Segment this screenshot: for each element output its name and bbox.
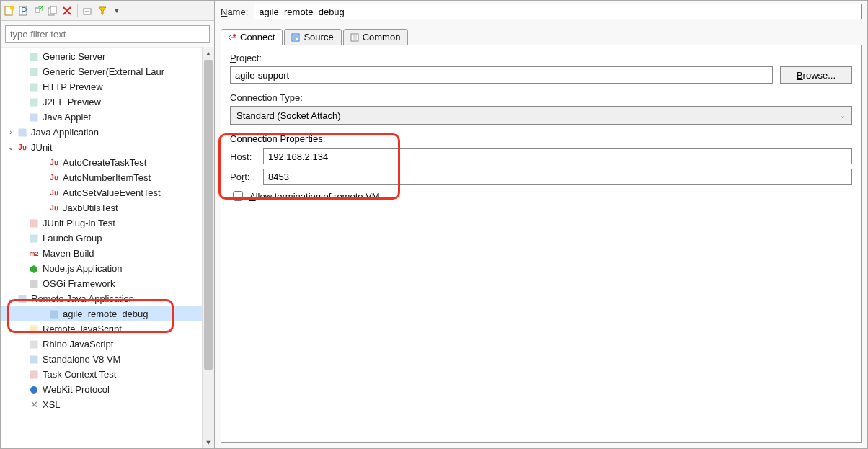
tree-item[interactable]: Rhino JavaScript bbox=[1, 337, 202, 352]
tree-item[interactable]: Remote JavaScript bbox=[1, 321, 202, 337]
v8-icon bbox=[28, 355, 40, 365]
tree-item[interactable]: JᴜAutoNumberItemTest bbox=[1, 170, 202, 185]
tree-item[interactable]: OSGi Framework bbox=[1, 276, 202, 291]
tree-item[interactable]: ›Java Application bbox=[1, 125, 202, 140]
delete-icon[interactable] bbox=[61, 5, 73, 17]
new-config-icon[interactable] bbox=[4, 5, 15, 17]
svg-rect-14 bbox=[30, 235, 37, 242]
tree-item-label: Node.js Application bbox=[43, 263, 123, 274]
browse-button[interactable]: Browse... bbox=[780, 66, 852, 84]
tree-item-label: AutoSetValueEventTest bbox=[63, 187, 161, 198]
tree-item-label: J2EE Preview bbox=[43, 97, 101, 107]
port-input[interactable] bbox=[263, 169, 852, 185]
tree-item[interactable]: HTTP Preview bbox=[1, 79, 202, 94]
tree-item[interactable]: ⌄JᴜJUnit bbox=[1, 140, 202, 155]
tree-item-label: Generic Server(External Laur bbox=[43, 66, 164, 77]
tab-bar: Connect Source Common bbox=[221, 27, 862, 45]
applet-icon bbox=[28, 112, 40, 123]
tree-item-label: Remote JavaScript bbox=[43, 324, 122, 334]
svg-rect-17 bbox=[19, 295, 26, 303]
tree-item[interactable]: ✕XSL bbox=[1, 397, 202, 412]
config-types-panel: P ▼ Generic ServerGeneric Server(Externa… bbox=[1, 1, 215, 448]
tree-item-label: JaxbUtilsTest bbox=[63, 203, 118, 213]
svg-rect-16 bbox=[30, 280, 37, 288]
tree-item[interactable]: Generic Server bbox=[1, 49, 202, 64]
filter-icon[interactable] bbox=[97, 5, 108, 17]
tree-item-label: WebKit Protocol bbox=[43, 384, 110, 395]
server-icon bbox=[28, 67, 40, 77]
svg-rect-7 bbox=[30, 53, 37, 61]
tree-item-label: Remote Java Application bbox=[31, 293, 134, 304]
remote-java-icon bbox=[17, 294, 28, 304]
junit-icon: Jᴜ bbox=[17, 143, 28, 153]
tree-scrollbar[interactable]: ▲ ▼ bbox=[202, 47, 214, 448]
project-input[interactable] bbox=[230, 66, 773, 84]
host-input[interactable] bbox=[263, 148, 852, 164]
config-tree[interactable]: Generic ServerGeneric Server(External La… bbox=[1, 47, 202, 448]
twisty-icon[interactable]: ⌄ bbox=[6, 143, 15, 151]
tree-item-label: HTTP Preview bbox=[43, 81, 103, 92]
connection-type-value: Standard (Socket Attach) bbox=[236, 110, 341, 121]
tree-item[interactable]: JᴜJaxbUtilsTest bbox=[1, 200, 202, 215]
scrollbar-thumb[interactable] bbox=[204, 60, 213, 370]
tab-connect[interactable]: Connect bbox=[221, 29, 283, 45]
server-icon bbox=[28, 52, 40, 62]
svg-rect-18 bbox=[50, 311, 58, 318]
tree-item-label: Rhino JavaScript bbox=[43, 339, 113, 350]
connect-icon bbox=[227, 32, 237, 43]
host-label: Host: bbox=[230, 151, 263, 162]
task-icon bbox=[28, 370, 40, 380]
svg-rect-10 bbox=[30, 99, 37, 106]
svg-rect-20 bbox=[30, 341, 37, 348]
tab-common[interactable]: Common bbox=[343, 29, 409, 45]
tree-item[interactable]: Task Context Test bbox=[1, 367, 202, 382]
tree-item-label: Task Context Test bbox=[43, 369, 116, 380]
tree-item-label: AutoNumberItemTest bbox=[63, 172, 151, 183]
tree-item[interactable]: J2EE Preview bbox=[1, 94, 202, 110]
tree-item[interactable]: agile_remote_debug bbox=[1, 306, 202, 321]
tree-item[interactable]: WebKit Protocol bbox=[1, 382, 202, 397]
tree-item[interactable]: Generic Server(External Laur bbox=[1, 64, 202, 79]
tree-item[interactable]: Node.js Application bbox=[1, 261, 202, 276]
tab-label: Common bbox=[363, 32, 401, 43]
tree-item[interactable]: Standalone V8 VM bbox=[1, 352, 202, 367]
tree-item[interactable]: JᴜAutoCreateTaskTest bbox=[1, 155, 202, 170]
tree-item[interactable]: m2Maven Build bbox=[1, 246, 202, 261]
tree-item-label: agile_remote_debug bbox=[63, 308, 149, 319]
filter-input[interactable] bbox=[5, 25, 210, 43]
new-prototype-icon[interactable]: P bbox=[18, 5, 30, 17]
allow-termination-checkbox[interactable] bbox=[233, 191, 243, 201]
tree-item[interactable]: Launch Group bbox=[1, 231, 202, 246]
scroll-down-icon[interactable]: ▼ bbox=[203, 436, 214, 448]
project-label: Project: bbox=[230, 53, 852, 63]
junit-icon: Jᴜ bbox=[48, 158, 60, 168]
connection-type-select[interactable]: Standard (Socket Attach) ⌄ bbox=[230, 106, 852, 125]
tree-item[interactable]: Java Applet bbox=[1, 110, 202, 125]
svg-point-1 bbox=[10, 6, 14, 10]
allow-termination-label[interactable]: Allow termination of remote VM bbox=[249, 191, 380, 202]
xsl-icon: ✕ bbox=[28, 400, 40, 410]
junit-icon: Jᴜ bbox=[48, 203, 60, 213]
tree-item-label: AutoCreateTaskTest bbox=[63, 157, 146, 168]
source-icon bbox=[291, 32, 301, 43]
twisty-icon[interactable]: ⌄ bbox=[6, 295, 15, 303]
maven-icon: m2 bbox=[28, 249, 40, 259]
svg-rect-21 bbox=[30, 356, 37, 363]
java-app-icon bbox=[17, 128, 28, 138]
tree-item[interactable]: JᴜAutoSetValueEventTest bbox=[1, 185, 202, 200]
tree-item-label: OSGi Framework bbox=[43, 278, 115, 289]
tab-source[interactable]: Source bbox=[284, 29, 341, 45]
name-input[interactable] bbox=[254, 4, 862, 19]
tree-item[interactable]: JUnit Plug-in Test bbox=[1, 215, 202, 231]
export-icon[interactable] bbox=[32, 5, 44, 17]
scroll-up-icon[interactable]: ▲ bbox=[203, 47, 214, 59]
collapse-all-icon[interactable] bbox=[82, 5, 94, 17]
svg-rect-5 bbox=[50, 6, 56, 14]
twisty-icon[interactable]: › bbox=[6, 128, 15, 136]
tree-item[interactable]: ⌄Remote Java Application bbox=[1, 291, 202, 306]
tab-label: Connect bbox=[240, 32, 275, 43]
tree-item-label: JUnit Plug-in Test bbox=[43, 218, 115, 228]
junit-icon: Jᴜ bbox=[48, 188, 60, 198]
duplicate-icon[interactable] bbox=[47, 5, 58, 17]
view-menu-icon[interactable]: ▼ bbox=[111, 5, 123, 17]
